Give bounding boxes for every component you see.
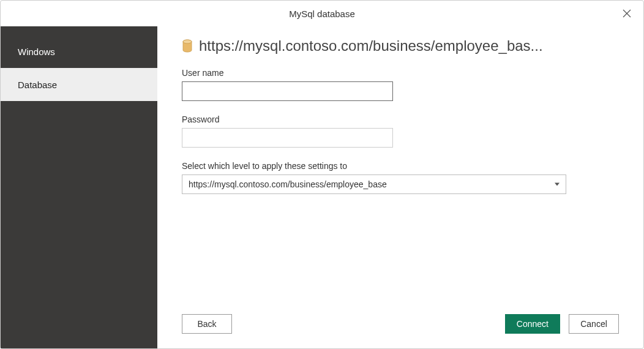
- dialog-title: MySql database: [289, 9, 355, 19]
- level-label: Select which level to apply these settin…: [182, 161, 619, 171]
- credentials-dialog: MySql database Windows Database: [0, 0, 644, 349]
- main-panel: https://mysql.contoso.com/business/emplo…: [157, 26, 643, 348]
- close-icon: [622, 9, 632, 18]
- username-input[interactable]: [182, 81, 393, 101]
- password-label: Password: [182, 114, 619, 124]
- auth-type-sidebar: Windows Database: [1, 26, 157, 348]
- sidebar-item-windows[interactable]: Windows: [1, 35, 157, 68]
- password-input[interactable]: [182, 128, 393, 148]
- chevron-down-icon: [555, 183, 560, 186]
- sidebar-item-label: Windows: [18, 47, 55, 57]
- close-button[interactable]: [619, 6, 635, 21]
- connection-url-row: https://mysql.contoso.com/business/emplo…: [182, 37, 619, 54]
- database-icon: [182, 39, 193, 53]
- sidebar-item-database[interactable]: Database: [1, 68, 157, 101]
- level-selected-value: https://mysql.contoso.com/business/emplo…: [189, 179, 387, 189]
- dialog-footer: Back Connect Cancel: [182, 307, 619, 334]
- back-button[interactable]: Back: [182, 314, 232, 334]
- cancel-button-label: Cancel: [580, 319, 607, 329]
- svg-point-3: [183, 40, 192, 43]
- level-select[interactable]: https://mysql.contoso.com/business/emplo…: [182, 174, 566, 194]
- cancel-button[interactable]: Cancel: [569, 314, 619, 334]
- connect-button-label: Connect: [517, 319, 549, 329]
- sidebar-item-label: Database: [18, 80, 57, 90]
- connection-url: https://mysql.contoso.com/business/emplo…: [199, 37, 619, 54]
- connect-button[interactable]: Connect: [505, 314, 560, 334]
- username-label: User name: [182, 68, 619, 78]
- dialog-body: Windows Database https://mysql.contoso.c…: [1, 26, 643, 348]
- back-button-label: Back: [197, 319, 216, 329]
- titlebar: MySql database: [1, 1, 643, 26]
